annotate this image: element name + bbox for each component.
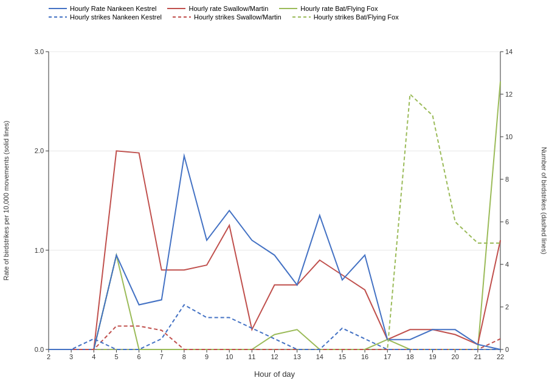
legend-bat-strikes: Hourly strikes Bat/Flying Fox: [292, 13, 399, 21]
legend-line-swallow-strikes: [173, 14, 191, 20]
legend-row-solid: Hourly Rate Nankeen Kestrel Hourly rate …: [49, 5, 537, 12]
legend-line-nankeen-strikes: [49, 14, 67, 20]
legend-label-swallow-rate: Hourly rate Swallow/Martin: [188, 5, 268, 12]
legend-label-bat-rate: Hourly rate Bat/Flying Fox: [300, 5, 378, 12]
legend-row-dashed: Hourly strikes Nankeen Kestrel Hourly st…: [49, 13, 537, 21]
chart-container: Hourly Rate Nankeen Kestrel Hourly rate …: [0, 0, 549, 392]
legend-swallow-rate: Hourly rate Swallow/Martin: [167, 5, 268, 12]
legend-swallow-strikes: Hourly strikes Swallow/Martin: [173, 13, 281, 21]
legend-line-bat-rate: [279, 8, 297, 9]
legend-label-nankeen-strikes: Hourly strikes Nankeen Kestrel: [70, 13, 162, 21]
legend-line-nankeen-rate: [49, 8, 67, 9]
legend-nankeen-strikes: Hourly strikes Nankeen Kestrel: [49, 13, 162, 21]
chart-canvas: [0, 0, 549, 392]
legend-label-nankeen-rate: Hourly Rate Nankeen Kestrel: [70, 5, 156, 12]
legend-line-swallow-rate: [167, 8, 185, 9]
legend-line-bat-strikes: [292, 14, 311, 20]
legend-label-swallow-strikes: Hourly strikes Swallow/Martin: [194, 13, 281, 21]
legend-bat-rate: Hourly rate Bat/Flying Fox: [279, 5, 378, 12]
legend-label-bat-strikes: Hourly strikes Bat/Flying Fox: [314, 13, 399, 21]
legend-container: Hourly Rate Nankeen Kestrel Hourly rate …: [49, 5, 537, 21]
legend-nankeen-rate: Hourly Rate Nankeen Kestrel: [49, 5, 156, 12]
